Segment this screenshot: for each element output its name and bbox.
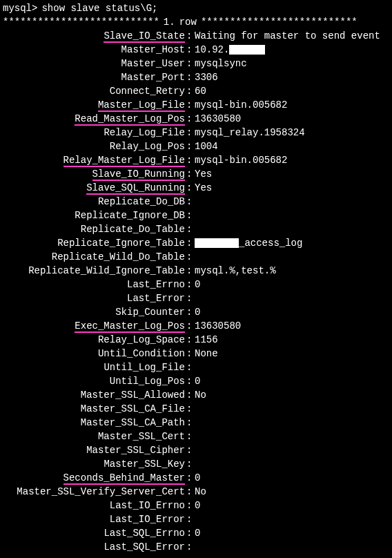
colon: : (186, 209, 192, 222)
status-label: Master_SSL_CA_Path (3, 416, 186, 430)
colon: : (186, 140, 192, 153)
status-label: Connect_Retry (3, 84, 186, 98)
status-row: Read_Master_Log_Pos:13630580 (3, 112, 389, 126)
status-row: Seconds_Behind_Master:0 (3, 471, 389, 485)
status-row: Master_SSL_Cert: (3, 430, 389, 443)
status-label: Relay_Log_Pos (3, 140, 186, 153)
terminal[interactable]: mysql> show slave status\G; ************… (0, 0, 392, 558)
status-row: Relay_Log_File:mysql_relay.1958324 (3, 126, 389, 140)
status-row: Until_Condition:None (3, 347, 389, 360)
status-value: 0 (192, 305, 200, 319)
colon: : (186, 526, 192, 540)
status-value: 0 (192, 471, 200, 485)
redaction-block (195, 238, 239, 248)
status-row: Replicate_Ignore_DB: (3, 209, 389, 222)
status-row: Master_SSL_Verify_Server_Cert:No (3, 485, 389, 499)
colon: : (186, 388, 192, 402)
status-value: mysql-bin.005682 (192, 98, 287, 112)
status-row: Replicate_Do_DB: (3, 195, 389, 209)
status-value: 3306 (192, 70, 218, 84)
colon: : (186, 250, 192, 264)
status-row: Master_SSL_Key: (3, 457, 389, 471)
status-value: 0 (192, 278, 200, 291)
colon: : (186, 264, 192, 278)
status-value: mysqlsync (192, 57, 247, 70)
status-label: Relay_Log_File (3, 126, 186, 140)
status-label: Master_Log_File (3, 98, 186, 112)
status-label: Replicate_Ignore_DB (3, 209, 186, 222)
status-row: Last_Error: (3, 291, 389, 305)
status-label: Master_SSL_CA_File (3, 402, 186, 416)
colon: : (186, 195, 192, 209)
status-value: 1156 (192, 333, 218, 347)
colon: : (186, 126, 192, 140)
status-value: 1004 (192, 140, 218, 153)
status-value: Yes (192, 167, 212, 181)
status-label: Relay_Master_Log_File (3, 153, 186, 167)
status-value: mysql-bin.005682 (192, 153, 287, 167)
row-separator: *************************** 1. row *****… (3, 15, 389, 29)
colon: : (186, 222, 192, 236)
redaction-block (229, 45, 265, 55)
status-label: Seconds_Behind_Master (3, 471, 186, 485)
colon: : (186, 402, 192, 416)
status-value: _access_log (192, 236, 302, 250)
status-row: Last_Errno:0 (3, 278, 389, 291)
sep-prefix: *************************** (3, 15, 159, 29)
status-row: Relay_Master_Log_File:mysql-bin.005682 (3, 153, 389, 167)
status-label: Replicate_Do_Table (3, 222, 186, 236)
status-label: Exec_Master_Log_Pos (3, 319, 186, 333)
status-row: Master_SSL_Cipher: (3, 443, 389, 457)
status-label: Read_Master_Log_Pos (3, 112, 186, 126)
colon: : (186, 540, 192, 554)
status-label: Master_SSL_Verify_Server_Cert (3, 485, 186, 499)
status-row: Master_User:mysqlsync (3, 57, 389, 70)
status-value: 13630580 (192, 112, 241, 126)
status-label: Until_Log_Pos (3, 374, 186, 388)
status-label: Last_IO_Errno (3, 499, 186, 512)
status-row: Master_SSL_CA_File: (3, 402, 389, 416)
status-row: Until_Log_Pos:0 (3, 374, 389, 388)
colon: : (186, 443, 192, 457)
colon: : (186, 278, 192, 291)
sep-num: 1. (159, 15, 179, 29)
status-row: Relay_Log_Pos:1004 (3, 140, 389, 153)
status-row: Until_Log_File: (3, 360, 389, 374)
status-label: Skip_Counter (3, 305, 186, 319)
status-label: Last_IO_Error (3, 512, 186, 526)
status-label: Relay_Log_Space (3, 333, 186, 347)
status-row: Replicate_Do_Table: (3, 222, 389, 236)
colon: : (186, 112, 192, 126)
status-label: Master_Host (3, 43, 186, 57)
status-row: Replicate_Wild_Ignore_Table:mysql.%,test… (3, 264, 389, 278)
colon: : (186, 457, 192, 471)
status-value: mysql.%,test.% (192, 264, 276, 278)
colon: : (186, 181, 192, 195)
status-label: Master_SSL_Key (3, 457, 186, 471)
status-label: Master_Port (3, 70, 186, 84)
status-row: Last_SQL_Error: (3, 540, 389, 554)
status-value: 10.92. (192, 43, 265, 57)
colon: : (186, 347, 192, 360)
status-value: 0 (192, 374, 200, 388)
status-row: Slave_IO_Running:Yes (3, 167, 389, 181)
colon: : (186, 319, 192, 333)
status-value: No (192, 388, 206, 402)
status-label: Last_SQL_Errno (3, 526, 186, 540)
status-value: 0 (192, 499, 200, 512)
status-value: 0 (192, 526, 200, 540)
colon: : (186, 305, 192, 319)
status-row: Last_SQL_Errno:0 (3, 526, 389, 540)
status-row: Relay_Log_Space:1156 (3, 333, 389, 347)
status-label: Master_SSL_Cert (3, 430, 186, 443)
status-row: Slave_SQL_Running:Yes (3, 181, 389, 195)
colon: : (186, 153, 192, 167)
status-label: Master_User (3, 57, 186, 70)
status-label: Replicate_Do_DB (3, 195, 186, 209)
colon: : (186, 29, 192, 43)
colon: : (186, 360, 192, 374)
colon: : (186, 430, 192, 443)
status-row: Replicate_Wild_Do_Table: (3, 250, 389, 264)
status-row: Slave_IO_State:Waiting for master to sen… (3, 29, 389, 43)
status-label: Replicate_Wild_Do_Table (3, 250, 186, 264)
